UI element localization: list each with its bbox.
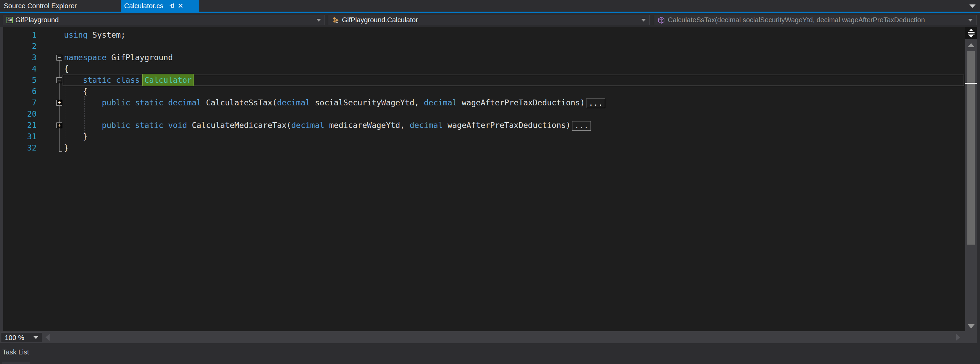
fold-toggle-icon[interactable]: − xyxy=(56,55,62,61)
zoom-level-value: 100 % xyxy=(5,334,24,342)
collapsed-region-box[interactable]: ... xyxy=(586,99,605,108)
close-icon[interactable]: ✕ xyxy=(178,2,184,9)
fold-toggle-icon[interactable]: + xyxy=(56,123,62,128)
code-text: { xyxy=(64,63,69,75)
code-editor-surface[interactable]: 1using System;23−namespace GifPlayground… xyxy=(0,27,965,331)
horizontal-scrollbar[interactable]: 100 % xyxy=(0,331,965,343)
code-line[interactable]: 21+ public static void CalculateMedicare… xyxy=(0,120,965,131)
code-line[interactable]: 6 { xyxy=(0,86,965,97)
code-text: using System; xyxy=(64,29,126,41)
code-text: namespace GifPlayground xyxy=(64,52,173,63)
code-text: static class Calculator xyxy=(64,75,192,86)
code-text: } xyxy=(64,142,69,153)
chevron-down-icon xyxy=(33,336,38,339)
line-number: 2 xyxy=(0,41,37,52)
document-tab-bar: Source Control Explorer Calculator.cs ✕ xyxy=(0,0,980,12)
line-number: 3 xyxy=(0,52,37,63)
tab-calculator-cs[interactable]: Calculator.cs ✕ xyxy=(121,0,199,12)
chevron-down-icon xyxy=(641,19,646,22)
code-line[interactable]: 5− static class Calculator xyxy=(0,75,965,86)
code-line[interactable]: 31 } xyxy=(0,131,965,142)
code-line[interactable]: 4{ xyxy=(0,63,965,75)
vertical-scrollbar-thumb[interactable] xyxy=(967,51,975,244)
member-dropdown[interactable]: CalculateSsTax(decimal socialSecurityWag… xyxy=(654,15,977,25)
code-line[interactable]: 7+ public static decimal CalculateSsTax(… xyxy=(0,97,965,109)
code-text: public static void CalculateMedicareTax(… xyxy=(64,120,591,131)
class-icon xyxy=(332,16,339,24)
tab-source-control-explorer[interactable]: Source Control Explorer xyxy=(0,0,106,12)
project-dropdown[interactable]: C# GifPlayground xyxy=(3,15,325,25)
line-number: 31 xyxy=(0,131,37,142)
chevron-down-icon xyxy=(968,19,973,22)
line-number: 20 xyxy=(0,109,37,120)
fold-toggle-icon[interactable]: − xyxy=(56,77,62,83)
task-list-panel-title: Task List xyxy=(2,348,29,356)
csharp-project-icon: C# xyxy=(6,17,13,23)
code-line[interactable]: 3−namespace GifPlayground xyxy=(0,52,965,63)
zoom-level-dropdown[interactable]: 100 % xyxy=(1,332,42,343)
project-dropdown-label: GifPlayground xyxy=(15,16,313,24)
line-number: 32 xyxy=(0,142,37,153)
caret-position-marker xyxy=(965,83,977,84)
code-text: } xyxy=(64,131,88,142)
scroll-up-button[interactable] xyxy=(968,43,975,47)
line-number: 1 xyxy=(0,29,37,41)
member-dropdown-label: CalculateSsTax(decimal socialSecurityWag… xyxy=(668,16,965,24)
type-dropdown-label: GifPlayground.Calculator xyxy=(342,16,638,24)
navigation-bar: C# GifPlayground GifPlayground.Calculato… xyxy=(0,13,980,27)
collapsed-region-box[interactable]: ... xyxy=(572,121,591,131)
pin-icon[interactable] xyxy=(169,3,175,9)
task-list-combo-partial[interactable] xyxy=(2,362,30,364)
split-window-handle[interactable] xyxy=(965,27,977,39)
vertical-scrollbar[interactable] xyxy=(965,27,977,343)
code-line[interactable]: 32} xyxy=(0,142,965,153)
scroll-right-button[interactable] xyxy=(956,334,960,341)
window-list-dropdown-icon[interactable] xyxy=(969,5,975,8)
code-line[interactable]: 2 xyxy=(0,41,965,52)
line-number: 7 xyxy=(0,97,37,109)
line-number: 5 xyxy=(0,75,37,86)
code-text: { xyxy=(64,86,88,97)
tab-label: Calculator.cs xyxy=(124,2,164,10)
code-line[interactable]: 1using System; xyxy=(0,29,965,41)
line-number: 21 xyxy=(0,120,37,131)
type-dropdown[interactable]: GifPlayground.Calculator xyxy=(328,15,650,25)
fold-toggle-icon[interactable]: + xyxy=(56,100,62,106)
code-line[interactable]: 20 xyxy=(0,109,965,120)
scroll-left-button[interactable] xyxy=(46,334,49,341)
line-number: 4 xyxy=(0,63,37,75)
scroll-down-button[interactable] xyxy=(968,324,975,329)
code-text: public static decimal CalculateSsTax(dec… xyxy=(64,97,605,109)
chevron-down-icon xyxy=(316,19,321,22)
tab-label: Source Control Explorer xyxy=(4,2,76,10)
splitter-icon xyxy=(967,28,975,38)
ide-window: Source Control Explorer Calculator.cs ✕ … xyxy=(0,0,980,364)
method-icon xyxy=(657,16,665,24)
line-number: 6 xyxy=(0,86,37,97)
